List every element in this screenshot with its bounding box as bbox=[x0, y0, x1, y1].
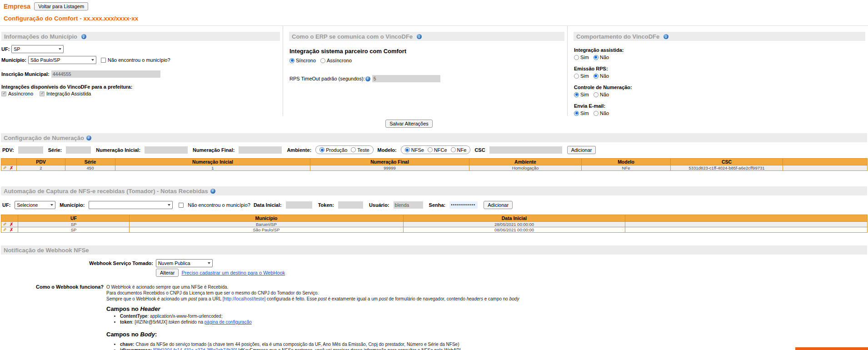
automacao-table-header-row: UF Município Data Inicial bbox=[1, 215, 868, 222]
automacao-form: UF: Selecione Município: Não encontrou o… bbox=[0, 195, 868, 213]
modelo-nfce-label: NFCe bbox=[434, 147, 447, 153]
col-uf: UF bbox=[18, 215, 130, 222]
alterar-button[interactable]: Alterar bbox=[156, 269, 179, 277]
pdv-input[interactable] bbox=[18, 146, 43, 154]
ambiente-producao-radio[interactable] bbox=[319, 147, 324, 152]
automacao-not-found-checkbox[interactable] bbox=[179, 203, 184, 208]
empty-column-header bbox=[783, 159, 868, 165]
save-button[interactable]: Salvar Alterações bbox=[385, 120, 433, 128]
erp-subtitle: Integração sistema parceiro com Comfort bbox=[289, 48, 567, 55]
usuario-input[interactable]: blenda bbox=[394, 201, 423, 209]
edit-icon[interactable]: ✎ bbox=[3, 222, 6, 227]
modelo-nfe-radio[interactable] bbox=[451, 147, 456, 152]
chevron-down-icon bbox=[50, 204, 53, 206]
info-icon[interactable] bbox=[365, 76, 370, 81]
nao-label: Não bbox=[600, 73, 609, 79]
token-label: Token: bbox=[318, 202, 334, 208]
controle-numeracao-sim-radio[interactable] bbox=[574, 92, 579, 97]
webhook-servico-select[interactable]: Nuvem Publica bbox=[156, 259, 213, 267]
emissao-rps-label: Emissão RPS: bbox=[574, 66, 866, 71]
config-page-link[interactable]: página de configuração bbox=[205, 320, 252, 325]
senha-input[interactable]: •••••••••••• bbox=[449, 201, 478, 209]
data-inicial-input[interactable] bbox=[286, 201, 312, 209]
numeracao-table-header-row: PDV Série Numeração Inicial Numeração Fi… bbox=[1, 159, 868, 165]
info-icon[interactable] bbox=[86, 135, 91, 140]
delete-icon[interactable]: ✗ bbox=[10, 227, 13, 232]
modelo-radio-group: NFSe NFCe NFe bbox=[401, 145, 471, 154]
integracao-assistida-checkbox-label: Integração Assistida bbox=[46, 91, 91, 96]
inscricao-label: Inscrição Municipal: bbox=[1, 71, 50, 77]
cell-num-final: 99999 bbox=[310, 165, 469, 171]
actions-column-header bbox=[1, 159, 17, 165]
cell-municipio: São Paulo/SP bbox=[130, 227, 404, 233]
col-num-final: Numeração Final bbox=[310, 159, 469, 165]
ambiente-teste-radio[interactable] bbox=[351, 147, 356, 152]
col-data-inicial: Data Inicial bbox=[404, 215, 625, 222]
webhook-line-3: Sempre que o WebHook é acionado um post … bbox=[106, 296, 532, 302]
inscricao-input[interactable]: 4444555 bbox=[51, 70, 160, 78]
assincrono-radio[interactable] bbox=[320, 58, 325, 63]
cell-uf: SP bbox=[18, 222, 130, 227]
info-icon[interactable] bbox=[81, 34, 86, 39]
save-row: Salvar Alterações bbox=[0, 120, 868, 128]
webhook-section-header: Notificação de Webhook NFSe bbox=[1, 245, 867, 255]
integracao-assistida-checkbox bbox=[40, 91, 45, 96]
cell-serie: 450 bbox=[65, 165, 115, 171]
webhook-destino-link[interactable]: Preciso cadastrar um destino para o WebH… bbox=[181, 270, 285, 275]
modelo-nfce-radio[interactable] bbox=[428, 147, 433, 152]
rps-timeout-row: RPS TimeOut padrão (segundos): 5 bbox=[289, 75, 567, 82]
nao-label: Não bbox=[600, 92, 609, 97]
usuario-label: Usuário: bbox=[369, 202, 389, 208]
senha-label: Senha: bbox=[429, 202, 446, 208]
modelo-nfe-label: NFe bbox=[457, 147, 467, 153]
token-input[interactable] bbox=[338, 201, 363, 209]
envia-email-sim-radio[interactable] bbox=[574, 111, 579, 116]
cell-pdv: 2 bbox=[17, 165, 65, 171]
chevron-down-icon bbox=[208, 262, 210, 264]
cell-data-inicial: 08/06/2021 00:00:00 bbox=[404, 227, 625, 233]
numeracao-inicial-input[interactable] bbox=[145, 146, 188, 154]
edit-icon[interactable]: ✎ bbox=[3, 165, 6, 170]
config-columns: Informações do Município UF: SP Municípi… bbox=[0, 26, 868, 116]
controle-numeracao-nao-radio[interactable] bbox=[594, 92, 599, 97]
emissao-rps-nao-radio[interactable] bbox=[594, 74, 599, 79]
table-row: ✎ ✗ SP São Paulo/SP 08/06/2021 00:00:00 bbox=[1, 227, 868, 233]
municipio-not-found-checkbox[interactable] bbox=[101, 58, 106, 63]
edit-icon[interactable]: ✎ bbox=[3, 227, 6, 232]
contenttype-bullet: ContentType: application/x-www-form-urle… bbox=[120, 314, 532, 319]
automacao-municipio-select[interactable] bbox=[89, 201, 173, 209]
delete-icon[interactable]: ✗ bbox=[10, 222, 13, 227]
col-municipio: Município bbox=[130, 215, 404, 222]
integracao-assistida-sim-radio[interactable] bbox=[574, 55, 579, 60]
info-icon[interactable] bbox=[417, 34, 422, 39]
webhook-url[interactable]: [http://localhost/teste] bbox=[223, 296, 266, 301]
serie-input[interactable] bbox=[66, 146, 91, 154]
csc-input[interactable] bbox=[489, 146, 562, 154]
token-bullet: token: [#lZINr@5rMJX] token definido na … bbox=[120, 320, 532, 325]
webhook-answer: O WebHook é acionado sempre que uma NFSe… bbox=[106, 284, 532, 350]
info-icon[interactable] bbox=[210, 189, 215, 194]
numeracao-table: PDV Série Numeração Inicial Numeração Fi… bbox=[1, 158, 868, 171]
numeracao-add-button[interactable]: Adicionar bbox=[567, 146, 596, 154]
cell-empty bbox=[625, 227, 868, 233]
sincrono-radio[interactable] bbox=[289, 58, 294, 63]
nao-label: Não bbox=[600, 110, 609, 116]
bottom-orange-bar[interactable] bbox=[795, 347, 868, 350]
automacao-section-title: Automação de Captura de NFS-e recebidas … bbox=[4, 188, 208, 195]
integracao-assistida-nao-radio[interactable] bbox=[594, 55, 599, 60]
delete-icon[interactable]: ✗ bbox=[10, 165, 13, 170]
emissao-rps-sim-radio[interactable] bbox=[574, 74, 579, 79]
controle-numeracao-label: Controle de Numeração: bbox=[574, 85, 866, 90]
automacao-uf-select[interactable]: Selecione bbox=[15, 201, 55, 209]
modelo-nfse-radio[interactable] bbox=[405, 147, 410, 152]
envia-email-nao-radio[interactable] bbox=[594, 111, 599, 116]
page-title: Configuração do Comfort - xx.xxx.xxx/xxx… bbox=[0, 10, 868, 26]
numeracao-final-input[interactable] bbox=[239, 146, 282, 154]
campos-header-title: Campos no Header bbox=[106, 306, 532, 312]
uf-select[interactable]: SP bbox=[11, 45, 64, 53]
municipio-select[interactable]: São Paulo/SP bbox=[28, 56, 96, 64]
automacao-add-button[interactable]: Adicionar bbox=[484, 201, 513, 209]
rps-timeout-input[interactable]: 5 bbox=[372, 75, 440, 82]
back-to-list-button[interactable]: Voltar para Listagem bbox=[34, 2, 88, 10]
info-icon[interactable] bbox=[663, 34, 668, 39]
